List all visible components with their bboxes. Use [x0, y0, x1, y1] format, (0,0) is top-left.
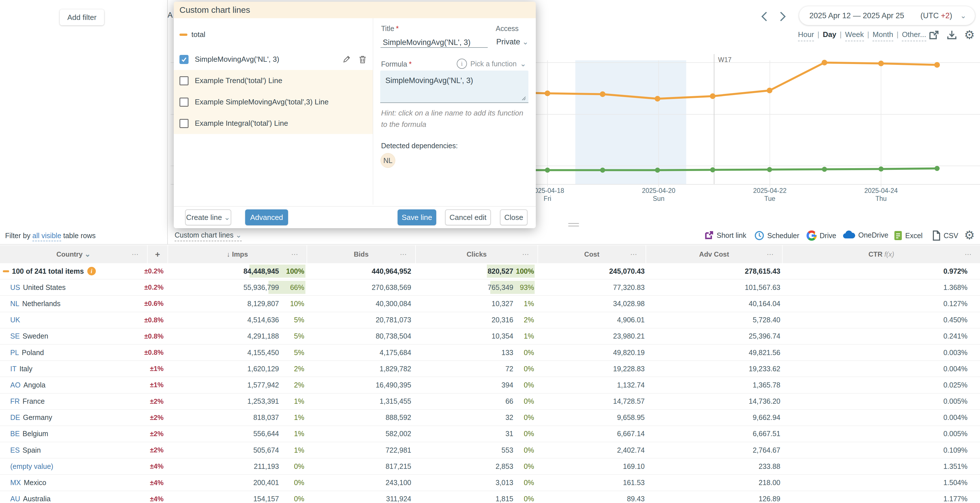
info-icon[interactable]: i — [87, 267, 96, 275]
close-button[interactable]: Close — [500, 209, 528, 225]
x-tick-date: 2025-04-22 — [753, 187, 787, 194]
chart-line-label[interactable]: Example SimpleMovingAvg('total',3) Line — [195, 97, 373, 107]
resize-grip-icon[interactable] — [521, 96, 526, 101]
country-code-link[interactable]: UK — [10, 316, 20, 324]
chart-line-label[interactable]: SimpleMovingAvg('NL', 3) — [195, 55, 336, 64]
chart-line-label[interactable]: Example Trend('total') Line — [195, 76, 373, 85]
google-g-icon — [807, 231, 817, 241]
country-cell[interactable]: AUAustralia — [0, 491, 147, 503]
country-code-link[interactable]: AU — [10, 495, 20, 503]
imps-column-menu[interactable]: ⋯ — [291, 250, 299, 258]
country-code-link[interactable]: AO — [10, 381, 21, 389]
title-input[interactable]: SimpleMovingAvg('NL', 3) — [383, 38, 470, 47]
csv-button[interactable]: CSV — [932, 231, 958, 241]
country-column-menu[interactable]: ⋯ — [132, 250, 139, 258]
column-header-bids[interactable]: Bids ⋯ — [307, 245, 415, 263]
country-code-link[interactable]: NL — [10, 299, 19, 308]
advanced-button[interactable]: Advanced — [245, 209, 288, 225]
column-header-cost[interactable]: Cost ⋯ — [538, 245, 646, 263]
next-period-chevron[interactable] — [778, 10, 788, 23]
chart-line-label[interactable]: Example Integral('total') Line — [195, 119, 373, 128]
country-cell[interactable]: ESSpain — [0, 442, 147, 458]
x-tick-day: Sun — [653, 195, 665, 202]
delete-trash-icon[interactable] — [359, 55, 367, 64]
column-header-add[interactable]: + — [147, 245, 167, 263]
country-cell[interactable]: PLPoland — [0, 345, 147, 360]
chart-line-item: Example Integral('total') Line — [174, 113, 373, 134]
country-code-link[interactable]: US — [10, 283, 20, 291]
country-cell[interactable]: UK — [0, 312, 147, 328]
clicks-pct-cell: 0% — [515, 377, 538, 393]
country-cell[interactable]: (empty value) — [0, 458, 147, 474]
country-cell[interactable]: DEGermany — [0, 410, 147, 426]
excel-button[interactable]: Excel — [894, 231, 923, 241]
country-code-link[interactable]: DE — [10, 413, 20, 422]
column-header-imps[interactable]: ↓ Imps ⋯ — [167, 245, 307, 263]
formula-textarea[interactable]: SimpleMovingAvg('NL', 3) — [380, 70, 528, 103]
adv-cost-column-menu[interactable]: ⋯ — [767, 250, 774, 258]
table-row: DEGermany±2%818,0371%888,592320%9,658.95… — [0, 410, 980, 426]
chart-resize-handle[interactable] — [568, 223, 579, 228]
scheduler-button[interactable]: Scheduler — [754, 231, 799, 241]
country-code-link[interactable]: ES — [10, 446, 20, 454]
google-drive-button[interactable]: Drive — [807, 231, 836, 241]
country-cell[interactable]: FRFrance — [0, 393, 147, 409]
analytics-dashboard: Add filter Filter by all visible table r… — [0, 0, 980, 503]
create-line-button[interactable]: Create line ⌄ — [185, 209, 231, 225]
short-link-button[interactable]: Short link — [704, 231, 746, 240]
title-input-underline — [380, 47, 488, 48]
country-cell[interactable]: MXMexico — [0, 474, 147, 490]
date-range-picker[interactable]: 2025 Apr 12 — 2025 Apr 25 (UTC +2) ⌄ — [799, 6, 975, 25]
country-code-link[interactable]: MX — [10, 479, 21, 487]
country-cell[interactable]: AOAngola — [0, 377, 147, 393]
checkbox-unchecked[interactable] — [180, 76, 189, 85]
column-header-ctr[interactable]: CTR f(x) ⋯ — [782, 245, 980, 263]
cost-cell: 4,906.01 — [538, 312, 646, 328]
country-cell[interactable]: BEBelgium — [0, 426, 147, 442]
clicks-cell: 32 — [415, 410, 515, 426]
checkbox-unchecked[interactable] — [180, 119, 189, 128]
country-code-link[interactable]: BE — [10, 430, 20, 438]
empty-value-link[interactable]: (empty value) — [10, 462, 53, 471]
add-column-button: + — [155, 250, 160, 259]
cancel-edit-button[interactable]: Cancel edit — [445, 209, 491, 225]
country-cell[interactable]: ITItaly — [0, 361, 147, 377]
clicks-cell: 765,349 — [415, 279, 515, 295]
checkbox-unchecked[interactable] — [180, 97, 189, 107]
country-code-link[interactable]: IT — [10, 365, 16, 373]
custom-chart-lines-dropdown[interactable]: Custom chart lines ⌄ — [175, 231, 242, 239]
column-header-country[interactable]: Country ⌄ ⋯ — [0, 245, 147, 263]
column-header-clicks[interactable]: Clicks ⋯ — [415, 245, 538, 263]
access-select[interactable]: Private ⌄ — [496, 38, 528, 46]
clicks-pct-cell: 0% — [515, 393, 538, 409]
bids-column-menu[interactable]: ⋯ — [400, 250, 407, 258]
prev-period-chevron[interactable] — [759, 10, 769, 23]
checkbox-checked[interactable] — [180, 55, 189, 64]
series-marker — [710, 167, 715, 172]
table-settings-gear-icon[interactable]: ⚙ — [964, 229, 975, 241]
cost-column-menu[interactable]: ⋯ — [630, 250, 638, 258]
country-cell[interactable]: 100 of 241 total itemsi — [0, 263, 147, 279]
ctr-column-menu[interactable]: ⋯ — [965, 250, 972, 258]
dependency-chip-nl[interactable]: NL — [380, 153, 395, 168]
onedrive-button[interactable]: OneDrive — [842, 231, 888, 240]
clicks-column-menu[interactable]: ⋯ — [522, 250, 530, 258]
column-header-adv-cost[interactable]: Adv Cost ⋯ — [646, 245, 782, 263]
all-visible-link[interactable]: all visible — [32, 232, 61, 241]
pick-a-function-dropdown[interactable]: i Pick a function ⌄ — [457, 59, 526, 69]
country-code-link[interactable]: PL — [10, 349, 19, 357]
add-filter-button[interactable]: Add filter — [60, 10, 104, 25]
country-cell[interactable]: USUnited States — [0, 279, 147, 295]
x-tick-date: 2025-04-20 — [642, 187, 675, 194]
save-line-button[interactable]: Save line — [398, 209, 436, 225]
table-body: 100 of 241 total itemsi±0.2%84,448,94510… — [0, 263, 980, 503]
total-series-label[interactable]: total — [191, 30, 205, 39]
title-field-label: Title* — [381, 24, 399, 33]
edit-pencil-icon[interactable] — [342, 55, 351, 64]
formula-text: SimpleMovingAvg('NL', 3) — [385, 76, 473, 85]
country-code-link[interactable]: SE — [10, 332, 20, 340]
country-cell[interactable]: SESweden — [0, 328, 147, 344]
table-row-total: 100 of 241 total itemsi±0.2%84,448,94510… — [0, 263, 980, 279]
country-cell[interactable]: NLNetherlands — [0, 296, 147, 312]
country-code-link[interactable]: FR — [10, 397, 20, 406]
